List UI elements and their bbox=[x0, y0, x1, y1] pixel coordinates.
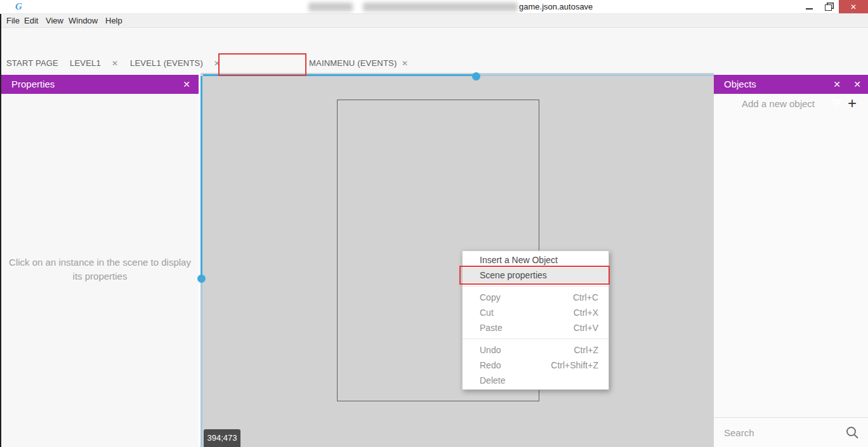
context-menu-item-label: Delete bbox=[480, 375, 505, 385]
close-icon[interactable] bbox=[839, 0, 868, 13]
objects-panel-header: Objects bbox=[714, 75, 868, 94]
cursor-coordinates-badge: 394;473 bbox=[204, 429, 240, 447]
context-menu-item-delete[interactable]: Delete bbox=[463, 373, 608, 388]
search-icon[interactable] bbox=[845, 425, 859, 439]
add-object-label: Add a new object bbox=[714, 94, 843, 114]
context-menu-shortcut: Ctrl+Shift+Z bbox=[551, 358, 598, 373]
context-menu-item-label: Redo bbox=[480, 360, 501, 370]
toolbar: 1:1 bbox=[0, 28, 868, 54]
menu-help[interactable]: Help bbox=[103, 14, 125, 28]
context-menu-item-cut[interactable]: Cut Ctrl+X bbox=[463, 305, 608, 320]
vertical-scrollbar-track[interactable] bbox=[201, 275, 202, 447]
objects-panel-title: Objects bbox=[724, 75, 756, 94]
menu-file[interactable]: File bbox=[4, 14, 22, 28]
context-menu-item-label: Insert a New Object bbox=[480, 255, 558, 265]
tab-level1-close-icon[interactable] bbox=[112, 54, 118, 73]
objects-close-icon[interactable] bbox=[850, 75, 864, 94]
minimize-icon[interactable] bbox=[798, 0, 820, 13]
context-menu-item-copy[interactable]: Copy Ctrl+C bbox=[463, 290, 608, 305]
context-menu-item-label: Paste bbox=[480, 323, 503, 333]
tab-level1-events-close-icon[interactable] bbox=[214, 54, 220, 73]
properties-panel-title: Properties bbox=[11, 75, 55, 94]
horizontal-scrollbar-thumb[interactable] bbox=[472, 72, 480, 81]
menu-window[interactable]: Window bbox=[66, 14, 100, 28]
redacted-path-segment bbox=[308, 3, 353, 11]
redacted-path-segment bbox=[363, 3, 518, 11]
horizontal-scrollbar-track[interactable] bbox=[473, 74, 714, 76]
context-menu-item-paste[interactable]: Paste Ctrl+V bbox=[463, 320, 608, 335]
context-menu-separator bbox=[463, 286, 608, 287]
properties-panel-header: Properties bbox=[1, 75, 199, 94]
context-menu-item-label: Cut bbox=[480, 308, 494, 318]
application-window: G game.json.autosave File Edit View Wind… bbox=[0, 0, 868, 447]
window-title: game.json.autosave bbox=[519, 2, 593, 11]
tab-bar: START PAGE LEVEL1 LEVEL1 (EVENTS) MAINME… bbox=[0, 54, 868, 73]
tab-mainmenu-events-close-icon[interactable] bbox=[402, 54, 408, 73]
tab-mainmenu-events[interactable]: MAINMENU (EVENTS) bbox=[309, 54, 397, 73]
menu-edit[interactable]: Edit bbox=[22, 14, 41, 28]
context-menu-item-scene-properties[interactable]: Scene properties bbox=[463, 268, 608, 283]
context-menu-item-redo[interactable]: Redo Ctrl+Shift+Z bbox=[463, 358, 608, 373]
properties-panel: Properties Click on an instance in the s… bbox=[1, 73, 199, 447]
context-menu-shortcut: Ctrl+C bbox=[573, 290, 598, 305]
context-menu-item-label: Undo bbox=[480, 345, 501, 355]
vertical-scrollbar-track[interactable] bbox=[201, 76, 202, 275]
context-menu-separator bbox=[463, 339, 608, 339]
vertical-scrollbar-thumb[interactable] bbox=[197, 275, 206, 283]
restore-icon[interactable] bbox=[820, 0, 839, 13]
objects-panel: Objects Add a new object bbox=[714, 73, 868, 447]
context-menu: Insert a New Object Scene properties Cop… bbox=[462, 250, 609, 390]
gdevelop-logo-icon: G bbox=[15, 1, 27, 13]
context-menu-item-label: Copy bbox=[480, 292, 501, 302]
tab-level1[interactable]: LEVEL1 bbox=[70, 54, 101, 73]
menu-bar: File Edit View Window Help bbox=[0, 14, 868, 28]
title-bar: G game.json.autosave bbox=[0, 0, 868, 14]
scene-editor-canvas[interactable] bbox=[201, 73, 714, 447]
plus-icon[interactable] bbox=[848, 94, 857, 114]
search-input[interactable] bbox=[724, 425, 838, 440]
context-menu-item-undo[interactable]: Undo Ctrl+Z bbox=[463, 342, 608, 358]
objects-search-row bbox=[714, 417, 868, 447]
context-menu-shortcut: Ctrl+Z bbox=[574, 342, 599, 358]
context-menu-item-label: Scene properties bbox=[480, 270, 547, 280]
context-menu-shortcut: Ctrl+X bbox=[574, 305, 598, 320]
context-menu-shortcut: Ctrl+V bbox=[574, 320, 598, 335]
properties-close-icon[interactable] bbox=[180, 75, 194, 94]
horizontal-scrollbar-track[interactable] bbox=[203, 74, 473, 76]
properties-empty-message: Click on an instance in the scene to dis… bbox=[9, 256, 191, 283]
add-object-row[interactable]: Add a new object bbox=[714, 94, 868, 114]
tab-start-page[interactable]: START PAGE bbox=[6, 54, 58, 73]
tab-level1-events[interactable]: LEVEL1 (EVENTS) bbox=[130, 54, 203, 73]
menu-view[interactable]: View bbox=[43, 14, 66, 28]
filter-icon[interactable] bbox=[829, 75, 845, 94]
context-menu-item-insert-object[interactable]: Insert a New Object bbox=[463, 252, 608, 268]
